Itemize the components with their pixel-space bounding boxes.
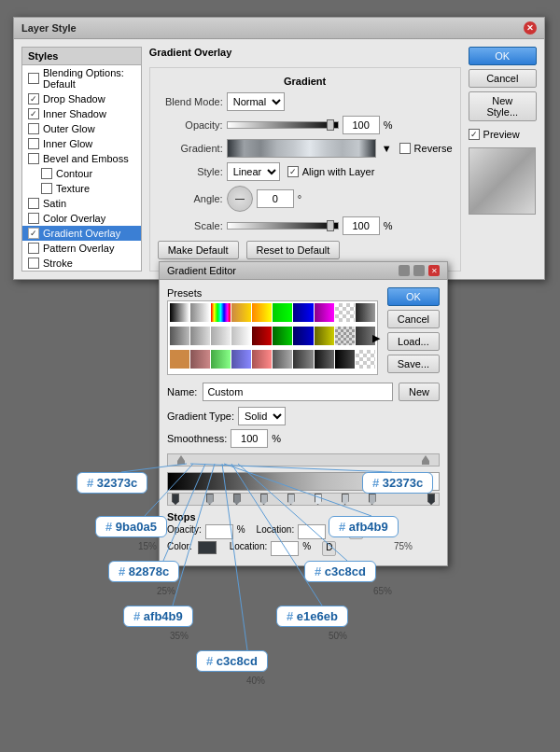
preset-3[interactable] [211, 303, 231, 322]
preset-7[interactable] [293, 303, 313, 322]
stroke-checkbox[interactable] [28, 258, 39, 269]
preset-25[interactable] [252, 350, 272, 369]
reverse-label[interactable]: Reverse [399, 143, 453, 154]
outer-glow-checkbox[interactable] [28, 123, 39, 134]
color-stop-6[interactable] [315, 494, 322, 505]
minimize-button[interactable] [399, 265, 410, 276]
close-button[interactable]: ✕ [524, 21, 537, 35]
color-stop-7[interactable] [342, 494, 349, 505]
new-style-button[interactable]: New Style... [469, 91, 537, 121]
presets-scroll-arrow[interactable]: ▶ [371, 300, 382, 375]
align-layer-label[interactable]: ✓ Align with Layer [287, 166, 375, 177]
style-select[interactable]: Linear [227, 162, 280, 181]
preset-5[interactable] [252, 303, 272, 322]
opacity-stop-value[interactable] [205, 524, 233, 539]
style-item-stroke[interactable]: Stroke [22, 256, 141, 271]
preset-2[interactable] [190, 303, 210, 322]
inner-glow-checkbox[interactable] [28, 138, 39, 149]
color-delete-label[interactable]: D [322, 541, 336, 556]
preset-4[interactable] [231, 303, 251, 322]
texture-checkbox[interactable] [41, 183, 52, 194]
restore-button[interactable] [413, 265, 425, 276]
cancel-button[interactable]: Cancel [469, 69, 537, 88]
drop-shadow-checkbox[interactable]: ✓ [28, 93, 39, 104]
grad-type-select[interactable]: Solid [238, 407, 286, 425]
contour-checkbox[interactable] [41, 168, 52, 179]
preset-28[interactable] [315, 350, 334, 369]
scale-slider[interactable] [227, 222, 339, 230]
grad-ok-button[interactable]: OK [387, 287, 440, 306]
grad-load-button[interactable]: Load... [387, 332, 440, 351]
preset-16[interactable] [273, 327, 292, 345]
gradient-preview-bar[interactable] [167, 472, 440, 491]
preset-27[interactable] [293, 350, 313, 369]
opacity-thumb[interactable] [327, 119, 334, 131]
style-item-blending[interactable]: Blending Options: Default [22, 65, 141, 91]
ok-button[interactable]: OK [469, 47, 537, 65]
satin-checkbox[interactable] [28, 198, 39, 209]
angle-input[interactable] [257, 189, 294, 208]
make-default-button[interactable]: Make Default [158, 241, 239, 259]
preset-11[interactable] [170, 327, 189, 345]
preset-6[interactable] [273, 303, 292, 322]
preset-12[interactable] [190, 327, 210, 345]
close-grad-editor-button[interactable]: ✕ [428, 265, 440, 276]
opacity-input[interactable] [343, 116, 380, 134]
reverse-checkbox[interactable] [399, 143, 411, 154]
style-item-inner-shadow[interactable]: ✓ Inner Shadow [22, 106, 141, 121]
color-stop-5[interactable] [287, 494, 295, 505]
preset-15[interactable] [252, 327, 272, 345]
color-stop-2[interactable] [206, 494, 214, 505]
style-item-gradient-overlay[interactable]: ✓ Gradient Overlay [22, 226, 141, 241]
style-item-texture[interactable]: Texture [22, 181, 141, 196]
gradient-bar[interactable] [227, 139, 376, 158]
preset-21[interactable] [170, 350, 189, 369]
preset-14[interactable] [231, 327, 251, 345]
preset-18[interactable] [315, 327, 334, 345]
preset-1[interactable] [170, 303, 189, 322]
inner-shadow-checkbox[interactable]: ✓ [28, 108, 39, 119]
opacity-stop-1[interactable] [177, 455, 185, 465]
preset-13[interactable] [211, 327, 231, 345]
gradient-overlay-checkbox[interactable]: ✓ [28, 228, 39, 239]
style-item-inner-glow[interactable]: Inner Glow [22, 136, 141, 151]
blend-mode-select[interactable]: Normal [227, 92, 285, 111]
style-item-drop-shadow[interactable]: ✓ Drop Shadow [22, 91, 141, 106]
style-item-contour[interactable]: Contour [22, 166, 141, 181]
pattern-overlay-checkbox[interactable] [28, 243, 39, 254]
scale-thumb[interactable] [327, 220, 334, 231]
color-overlay-checkbox[interactable] [28, 213, 39, 224]
grad-new-button[interactable]: New [399, 383, 440, 401]
preset-9[interactable] [335, 303, 355, 322]
color-stop-3[interactable] [233, 494, 241, 505]
color-stop-4[interactable] [260, 494, 268, 505]
preset-17[interactable] [293, 327, 313, 345]
style-item-bevel-emboss[interactable]: Bevel and Emboss [22, 151, 141, 166]
preset-29[interactable] [335, 350, 355, 369]
color-stop-8[interactable] [369, 494, 376, 505]
preset-24[interactable] [231, 350, 251, 369]
style-item-outer-glow[interactable]: Outer Glow [22, 121, 141, 136]
grad-cancel-button[interactable]: Cancel [387, 310, 440, 328]
align-layer-checkbox[interactable]: ✓ [287, 166, 299, 177]
style-item-color-overlay[interactable]: Color Overlay [22, 211, 141, 226]
gradient-arrow[interactable]: ▼ [382, 143, 392, 154]
smoothness-input[interactable] [231, 429, 268, 448]
scale-input[interactable] [343, 216, 380, 235]
color-location-value[interactable] [271, 541, 299, 556]
blending-checkbox[interactable] [28, 73, 39, 84]
color-swatch[interactable] [198, 541, 217, 554]
preset-19[interactable] [335, 327, 355, 345]
preview-label[interactable]: ✓ Preview [469, 129, 537, 140]
location-stop-value[interactable] [298, 524, 326, 539]
style-item-pattern-overlay[interactable]: Pattern Overlay [22, 241, 141, 256]
color-stop-1[interactable] [172, 494, 179, 505]
opacity-delete-label[interactable]: D [349, 524, 363, 539]
grad-name-input[interactable] [203, 383, 393, 401]
opacity-slider[interactable] [227, 121, 339, 129]
grad-save-button[interactable]: Save... [387, 355, 440, 373]
preview-checkbox[interactable]: ✓ [469, 129, 480, 140]
preset-22[interactable] [190, 350, 210, 369]
angle-widget[interactable] [227, 186, 253, 212]
color-stop-9[interactable] [427, 494, 435, 505]
